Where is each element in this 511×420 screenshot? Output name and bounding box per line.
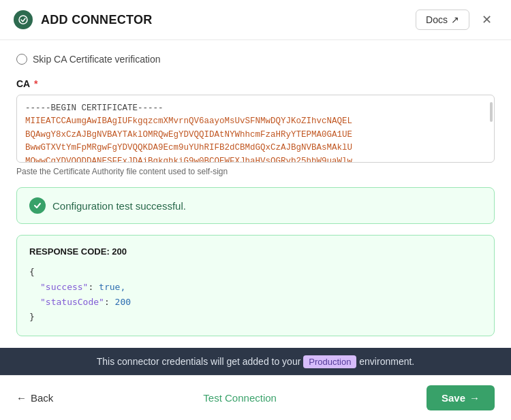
save-button[interactable]: Save → — [427, 385, 495, 410]
app-logo — [14, 10, 33, 29]
arrow-left-icon: ← — [16, 392, 27, 404]
ca-hint: Paste the Certificate Authority file con… — [16, 167, 495, 176]
modal-content: Skip CA Certificate verification CA * --… — [0, 40, 511, 348]
check-circle-icon — [29, 197, 46, 214]
ca-field-section: CA * -----BEGIN CERTIFICATE-----MIIEATCC… — [16, 78, 495, 176]
ca-textarea[interactable]: -----BEGIN CERTIFICATE-----MIIEATCCAumgA… — [17, 95, 494, 162]
skip-ca-row: Skip CA Certificate verification — [16, 54, 495, 65]
json-key-statuscode: "statusCode" — [40, 297, 104, 307]
close-icon: ✕ — [482, 13, 492, 27]
back-button[interactable]: ← Back — [16, 392, 53, 404]
required-indicator: * — [31, 78, 37, 89]
skip-ca-label: Skip CA Certificate verification — [33, 54, 161, 65]
page-title: ADD CONNECTOR — [41, 13, 416, 27]
response-code-title: RESPONSE CODE: 200 — [29, 246, 482, 257]
modal-header: ADD CONNECTOR Docs ↗ ✕ — [0, 0, 511, 40]
json-val-success: true, — [99, 282, 125, 292]
docs-button[interactable]: Docs ↗ — [416, 10, 469, 30]
json-key-success: "success" — [40, 282, 88, 292]
scrollbar — [490, 102, 493, 122]
docs-label: Docs — [426, 14, 448, 25]
header-actions: Docs ↗ ✕ — [416, 10, 497, 30]
svg-point-0 — [19, 16, 27, 24]
skip-ca-radio[interactable] — [16, 54, 27, 65]
close-button[interactable]: ✕ — [476, 11, 497, 29]
ca-textarea-wrapper: -----BEGIN CERTIFICATE-----MIIEATCCAumgA… — [16, 95, 495, 163]
arrow-right-icon: → — [469, 392, 480, 404]
response-block: RESPONSE CODE: 200 { "success": true, "s… — [16, 235, 495, 336]
footer-suffix: environment. — [356, 356, 414, 367]
footer-info-bar: This connector credentials will get adde… — [0, 348, 511, 375]
external-link-icon: ↗ — [451, 14, 459, 25]
test-connection-button[interactable]: Test Connection — [203, 392, 277, 404]
modal-footer: ← Back Test Connection Save → — [0, 375, 511, 420]
success-banner: Configuration test successful. — [16, 187, 495, 224]
success-message: Configuration test successful. — [52, 200, 186, 212]
test-connection-label: Test Connection — [203, 392, 277, 404]
back-label: Back — [31, 392, 53, 404]
footer-prefix: This connector credentials will get adde… — [97, 356, 304, 367]
production-badge: Production — [303, 355, 356, 368]
response-json: { "success": true, "statusCode": 200 } — [29, 265, 482, 325]
modal-container: ADD CONNECTOR Docs ↗ ✕ Skip CA Certifica… — [0, 0, 511, 420]
save-label: Save — [442, 392, 465, 404]
logo-icon — [18, 14, 29, 25]
ca-field-label: CA * — [16, 78, 495, 89]
json-val-statuscode: 200 — [115, 297, 131, 307]
